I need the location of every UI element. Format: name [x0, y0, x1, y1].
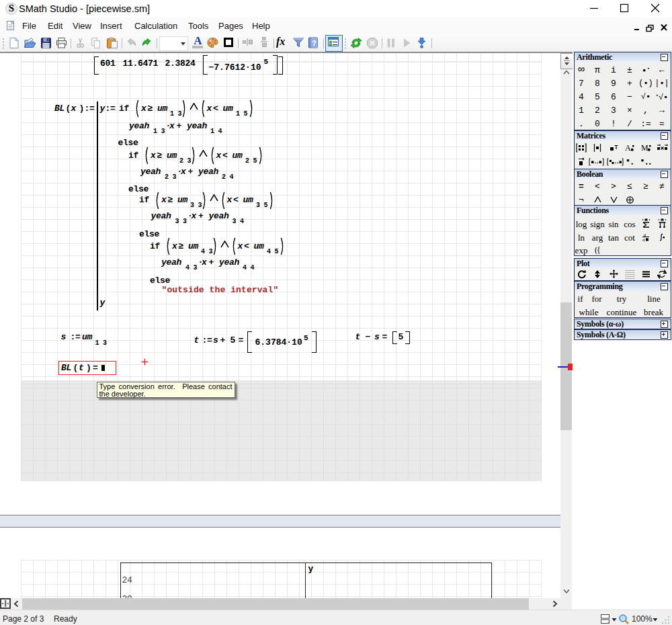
svg-text:M: M: [641, 143, 648, 153]
svg-text:A: A: [625, 143, 631, 153]
svg-text:d: d: [642, 237, 645, 242]
svg-text:?: ?: [312, 39, 317, 47]
